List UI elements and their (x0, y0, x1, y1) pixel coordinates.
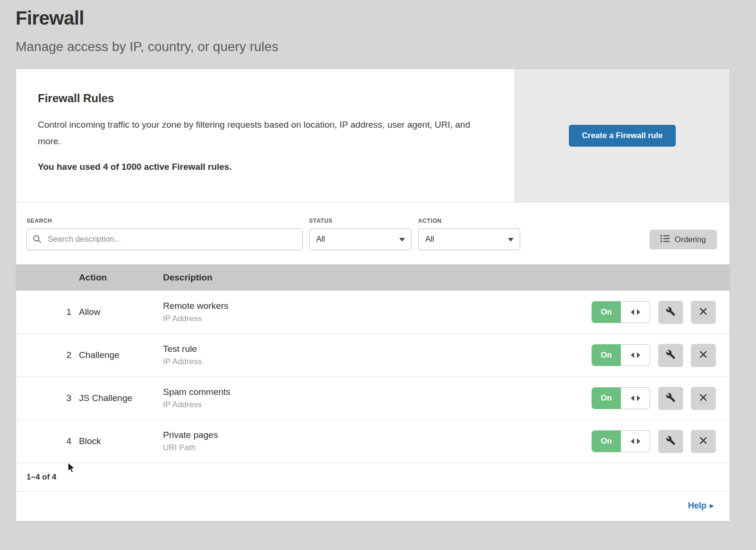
rule-enabled-toggle[interactable]: On (592, 430, 650, 452)
rule-description: Remote workers (163, 301, 592, 311)
wrench-icon (666, 306, 676, 318)
toggle-on-label: On (592, 344, 621, 366)
delete-rule-button[interactable] (691, 387, 716, 410)
rule-enabled-toggle[interactable]: On (592, 301, 650, 323)
close-icon (699, 393, 708, 403)
status-select-value: All (316, 235, 325, 244)
rule-priority: 3 (16, 393, 79, 403)
status-filter: STATUS All (309, 218, 412, 250)
rule-priority: 4 (16, 436, 79, 446)
rule-match-type: URI Path (163, 443, 592, 453)
toggle-on-label: On (592, 430, 621, 452)
firewall-rules-description: Control incoming traffic to your zone by… (38, 116, 484, 149)
action-column-header: Action (79, 272, 163, 283)
action-filter: ACTION All (418, 218, 520, 250)
priority-drag-handle[interactable] (621, 344, 650, 366)
firewall-card: Firewall Rules Control incoming traffic … (16, 69, 730, 522)
action-select[interactable]: All (418, 228, 520, 250)
rule-action: JS Challenge (79, 393, 163, 403)
wrench-icon (666, 393, 676, 404)
search-filter: SEARCH (26, 218, 303, 250)
chevron-right-icon: ▸ (710, 500, 714, 511)
filters-bar: SEARCH STATUS All ACTION All (16, 202, 730, 264)
wrench-icon (666, 436, 676, 447)
priority-drag-handle[interactable] (621, 430, 650, 452)
rule-enabled-toggle[interactable]: On (592, 387, 650, 409)
create-rule-panel: Create a Firewall rule (515, 69, 730, 202)
rule-match-type: IP Address (163, 400, 592, 410)
table-row: 3 JS Challenge Spam comments IP Address … (16, 376, 730, 419)
rule-controls: On (592, 344, 730, 367)
pagination-label: 1–4 of 4 (26, 472, 56, 481)
rule-priority: 1 (16, 307, 79, 317)
rule-action: Block (79, 436, 163, 446)
search-box (26, 228, 303, 250)
rule-description: Private pages (163, 430, 592, 440)
edit-rule-button[interactable] (658, 387, 683, 410)
search-label: SEARCH (26, 218, 303, 224)
close-icon (699, 436, 708, 446)
action-select-value: All (425, 235, 434, 244)
toggle-on-label: On (592, 301, 621, 323)
search-input[interactable] (26, 228, 303, 250)
edit-rule-button[interactable] (658, 430, 683, 453)
description-column-header: Description (163, 272, 716, 283)
firewall-rules-section: Firewall Rules Control incoming traffic … (16, 69, 730, 202)
edit-rule-button[interactable] (658, 301, 683, 324)
rule-match-type: IP Address (163, 357, 592, 367)
firewall-rules-usage: You have used 4 of 1000 active Firewall … (38, 162, 486, 172)
delete-rule-button[interactable] (691, 430, 716, 453)
chevron-down-icon (399, 238, 405, 242)
action-label: ACTION (418, 218, 520, 224)
page-title: Firewall (16, 5, 730, 29)
table-row: 4 Block Private pages URI Path On (16, 419, 730, 463)
rule-match-type: IP Address (163, 314, 592, 323)
delete-rule-button[interactable] (691, 301, 716, 324)
status-select[interactable]: All (309, 228, 412, 250)
help-link[interactable]: Help ▸ (688, 500, 714, 511)
rule-description: Spam comments (163, 387, 592, 397)
rule-action: Allow (79, 307, 163, 317)
rule-description-cell: Private pages URI Path (163, 430, 592, 453)
create-firewall-rule-button[interactable]: Create a Firewall rule (569, 125, 675, 147)
firewall-rules-info: Firewall Rules Control incoming traffic … (16, 69, 515, 202)
list-icon (661, 235, 670, 245)
table-row: 1 Allow Remote workers IP Address On (16, 290, 730, 333)
ordering-button[interactable]: Ordering (650, 230, 717, 249)
rule-description: Test rule (163, 344, 592, 354)
help-row: Help ▸ (16, 491, 730, 521)
rule-controls: On (592, 430, 730, 453)
toggle-on-label: On (592, 387, 621, 409)
rule-description-cell: Remote workers IP Address (163, 301, 592, 323)
table-row: 2 Challenge Test rule IP Address On (16, 333, 730, 376)
delete-rule-button[interactable] (691, 344, 716, 367)
search-icon (33, 235, 42, 246)
rule-priority: 2 (16, 350, 79, 360)
rule-description-cell: Spam comments IP Address (163, 387, 592, 410)
status-label: STATUS (309, 218, 412, 224)
rule-controls: On (592, 387, 730, 410)
priority-drag-handle[interactable] (621, 301, 650, 323)
help-link-label: Help (688, 501, 706, 511)
chevron-down-icon (508, 238, 514, 242)
edit-rule-button[interactable] (658, 344, 683, 367)
rule-description-cell: Test rule IP Address (163, 344, 592, 367)
firewall-rules-heading: Firewall Rules (38, 92, 486, 105)
close-icon (699, 307, 708, 317)
table-header: Action Description (16, 264, 730, 290)
priority-drag-handle[interactable] (621, 387, 650, 409)
rule-action: Challenge (79, 350, 163, 360)
rule-enabled-toggle[interactable]: On (592, 344, 650, 366)
pagination-row: 1–4 of 4 (16, 463, 730, 491)
rule-controls: On (592, 301, 730, 324)
ordering-button-label: Ordering (675, 235, 706, 244)
close-icon (699, 350, 708, 360)
page-header: Firewall Manage access by IP, country, o… (0, 0, 756, 54)
page-subtitle: Manage access by IP, country, or query r… (16, 39, 730, 54)
wrench-icon (666, 349, 676, 361)
